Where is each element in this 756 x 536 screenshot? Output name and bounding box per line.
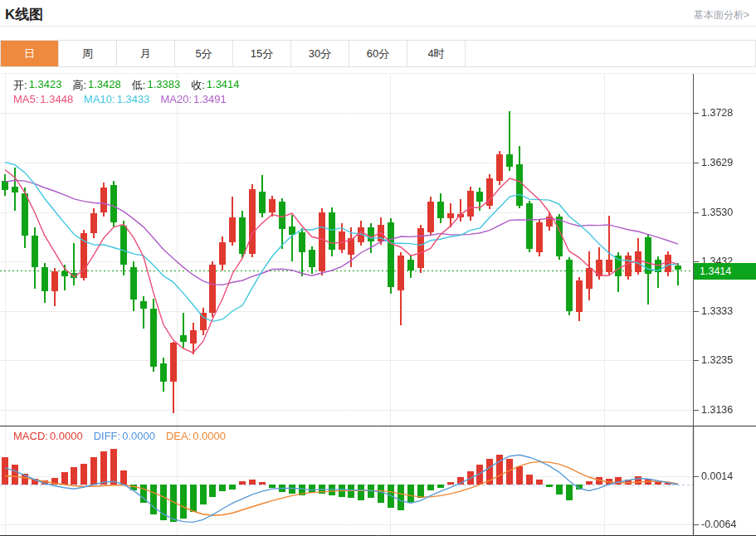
candlestick-canvas[interactable] (0, 74, 756, 426)
fundamental-analysis-link[interactable]: 基本面分析> (694, 8, 749, 22)
kline-page: K线图 基本面分析> 日周月5分15分30分60分4时 开:1.3423高:1.… (0, 0, 756, 536)
maRow-item-2: MA20:1.3491 (160, 93, 226, 105)
tab-interval-7[interactable]: 4时 (407, 41, 466, 66)
macd-axis-label-0: 0.0014 (701, 470, 733, 482)
chart-area: 开:1.3423高:1.3428低:1.3383收:1.3414 MA5:1.3… (0, 73, 756, 536)
tab-interval-1[interactable]: 周 (59, 41, 117, 66)
tab-interval-3[interactable]: 5分 (175, 41, 233, 66)
main-axis-label-6: 1.3136 (701, 404, 733, 416)
ohlc-legend: 开:1.3423高:1.3428低:1.3383收:1.3414 (13, 78, 240, 93)
main-axis-label-1-tick (694, 163, 699, 163)
ohlcRow-item-0: 开:1.3423 (13, 78, 61, 93)
macd-axis-label-1-tick (694, 524, 699, 525)
tab-interval-4[interactable]: 15分 (233, 41, 291, 66)
tab-interval-6[interactable]: 60分 (349, 41, 407, 66)
macd-legend: MACD:0.0000DIFF:0.0000DEA:0.0000 (13, 430, 226, 442)
main-axis-label-5-tick (694, 360, 699, 361)
macdRow-item-1: DIFF:0.0000 (94, 430, 155, 442)
tab-interval-5[interactable]: 30分 (291, 41, 349, 66)
main-axis-label-0: 1.3728 (701, 107, 733, 119)
macdRow-item-2: DEA:0.0000 (166, 430, 226, 442)
macdRow-item-0: MACD:0.0000 (13, 430, 83, 442)
tab-interval-2[interactable]: 月 (117, 41, 175, 66)
interval-tab-bar: 日周月5分15分30分60分4时 (0, 40, 756, 67)
main-axis-label-6-tick (694, 410, 699, 411)
main-axis-label-4-tick (694, 311, 699, 312)
maRow-item-1: MA10:1.3433 (84, 93, 149, 105)
main-axis-label-4: 1.3333 (701, 305, 733, 317)
ohlcRow-item-1: 高:1.3428 (72, 78, 120, 93)
main-axis-label-1: 1.3629 (701, 157, 733, 168)
maRow-item-0: MA5:1.3448 (13, 93, 73, 105)
macd-axis-label-0-tick (694, 476, 699, 477)
page-title: K线图 (5, 5, 43, 24)
tab-interval-0[interactable]: 日 (1, 41, 59, 66)
main-axis-label-2: 1.3530 (701, 207, 733, 218)
last-price-badge: 1.3414 (694, 263, 756, 280)
header-divider (0, 26, 756, 27)
ma-legend: MA5:1.3448MA10:1.3433MA20:1.3491 (13, 93, 227, 105)
main-axis-label-2-tick (694, 212, 699, 213)
ohlcRow-item-3: 收:1.3414 (191, 78, 239, 93)
main-axis-label-0-tick (694, 113, 699, 114)
ohlcRow-item-2: 低:1.3383 (132, 78, 180, 93)
main-axis-label-5: 1.3235 (701, 354, 733, 366)
macd-axis-label-1: -0.0064 (701, 519, 736, 530)
